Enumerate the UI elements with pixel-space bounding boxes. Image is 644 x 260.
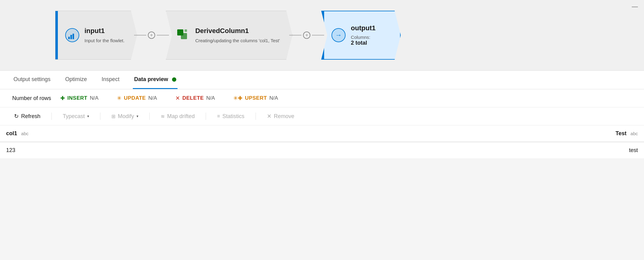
toolbar-separator-3: [149, 113, 150, 120]
minimize-button[interactable]: —: [632, 3, 638, 10]
svg-rect-7: [181, 33, 187, 39]
derived-column1-desc: Creating/updating the columns 'col1, Tes…: [195, 37, 280, 44]
flow-node-output1[interactable]: → output1 Columns: 2 total: [321, 11, 401, 60]
add-step-button-2[interactable]: +: [303, 32, 310, 39]
connector-line-1b: [157, 35, 169, 35]
tab-output-settings[interactable]: Output settings: [12, 71, 52, 89]
tab-data-preview[interactable]: Data preview: [133, 71, 178, 89]
typecast-label: Typecast: [63, 113, 85, 120]
toolbar-separator-5: [256, 113, 256, 120]
statistics-button[interactable]: ≡ Statistics: [215, 112, 246, 121]
insert-label: INSERT: [67, 95, 87, 101]
insert-count: ✚ INSERT N/A: [60, 95, 99, 102]
statistics-label: Statistics: [222, 113, 244, 120]
delete-label: DELETE: [182, 95, 204, 101]
data-preview-table: col1 abc Test abc 123 test: [0, 125, 644, 159]
modify-label: Modify: [118, 113, 134, 120]
connector-line-2: [289, 35, 301, 35]
typecast-chevron-icon: ▾: [87, 114, 89, 118]
refresh-label: Refresh: [21, 113, 40, 120]
output1-columns: Columns: 2 total: [351, 35, 388, 46]
input1-content: input1 Input for the flowlet.: [84, 27, 125, 44]
test-name: Test: [616, 130, 627, 136]
table-row: 123 test: [0, 142, 644, 159]
update-value: N/A: [148, 95, 157, 101]
modify-chevron-icon: ▾: [137, 114, 138, 118]
map-drifted-label: Map drifted: [167, 113, 195, 120]
data-preview-toolbar: ↻ Refresh Typecast ▾ ⊞ Modify ▾ ≋ Map dr…: [0, 107, 644, 125]
tab-optimize[interactable]: Optimize: [64, 71, 88, 89]
insert-icon: ✚: [60, 95, 65, 102]
toolbar-separator-4: [206, 113, 206, 120]
derived-column1-title: DerivedColumn1: [195, 27, 280, 35]
col1-cell: 123: [0, 142, 323, 159]
flow-diagram: → input1 Input for the flowlet. +: [0, 0, 644, 70]
col1-name: col1: [6, 130, 17, 136]
connector-line-1: [134, 35, 146, 35]
modify-icon: ⊞: [111, 113, 115, 119]
tab-data-preview-label: Data preview: [134, 76, 168, 82]
input1-title: input1: [84, 27, 125, 35]
connector-line-2b: [312, 35, 324, 35]
add-step-button-1[interactable]: +: [148, 32, 155, 39]
svg-text:→: →: [335, 31, 342, 39]
update-label: UPDATE: [124, 95, 146, 101]
tabs-bar: Output settings Optimize Inspect Data pr…: [0, 71, 644, 89]
connector-2: +: [289, 32, 324, 39]
row-count-bar: Number of rows ✚ INSERT N/A ✳ UPDATE N/A…: [0, 89, 644, 107]
svg-text:→: →: [69, 32, 75, 38]
test-header: Test abc: [323, 125, 644, 142]
output1-content: output1 Columns: 2 total: [351, 24, 388, 46]
data-preview-status-dot: [172, 77, 176, 82]
svg-rect-8: [185, 29, 187, 32]
upsert-label: UPSERT: [245, 95, 267, 101]
statistics-icon: ≡: [217, 113, 220, 119]
map-drifted-icon: ≋: [161, 113, 165, 119]
toolbar-separator-2: [100, 113, 100, 120]
output1-columns-label: Columns:: [351, 35, 370, 40]
bottom-panel: Output settings Optimize Inspect Data pr…: [0, 70, 644, 159]
remove-label: Remove: [274, 113, 294, 120]
node-left-bar: [55, 11, 58, 59]
flow-node-derived-column1[interactable]: DerivedColumn1 Creating/updating the col…: [166, 11, 292, 60]
svg-rect-4: [70, 35, 72, 39]
number-of-rows-label: Number of rows: [12, 95, 51, 102]
remove-icon: ✕: [267, 113, 271, 120]
modify-button[interactable]: ⊞ Modify ▾: [110, 112, 140, 121]
upsert-value: N/A: [269, 95, 278, 101]
connector-1: +: [134, 32, 169, 39]
delete-value: N/A: [206, 95, 215, 101]
toolbar-separator-1: [51, 113, 52, 120]
flow-node-input1[interactable]: → input1 Input for the flowlet.: [55, 11, 137, 60]
svg-rect-3: [68, 37, 70, 39]
update-icon: ✳: [117, 95, 122, 102]
input1-desc: Input for the flowlet.: [84, 37, 125, 44]
test-type: abc: [631, 131, 638, 136]
output-node-icon: →: [331, 28, 346, 43]
input-node-icon: →: [65, 28, 80, 43]
upsert-count: ✳✚ UPSERT N/A: [233, 95, 278, 102]
typecast-button[interactable]: Typecast ▾: [61, 112, 91, 121]
data-table-area: col1 abc Test abc 123 test: [0, 125, 644, 159]
delete-icon: ✕: [175, 95, 180, 102]
svg-rect-5: [73, 34, 74, 39]
remove-button[interactable]: ✕ Remove: [265, 112, 296, 121]
derived-node-icon: [175, 28, 191, 43]
test-cell: test: [323, 142, 644, 159]
derived-column1-content: DerivedColumn1 Creating/updating the col…: [195, 27, 280, 44]
insert-value: N/A: [90, 95, 98, 101]
col1-header: col1 abc: [0, 125, 323, 142]
tab-inspect[interactable]: Inspect: [100, 71, 121, 89]
refresh-button[interactable]: ↻ Refresh: [12, 112, 42, 121]
refresh-icon: ↻: [14, 113, 19, 120]
output1-title: output1: [351, 24, 388, 32]
output1-columns-value: 2 total: [351, 40, 388, 46]
col1-type: abc: [21, 131, 28, 136]
delete-count: ✕ DELETE N/A: [175, 95, 215, 102]
update-count: ✳ UPDATE N/A: [117, 95, 157, 102]
table-header-row: col1 abc Test abc: [0, 125, 644, 142]
upsert-icon: ✳✚: [233, 95, 242, 102]
map-drifted-button[interactable]: ≋ Map drifted: [159, 112, 197, 121]
